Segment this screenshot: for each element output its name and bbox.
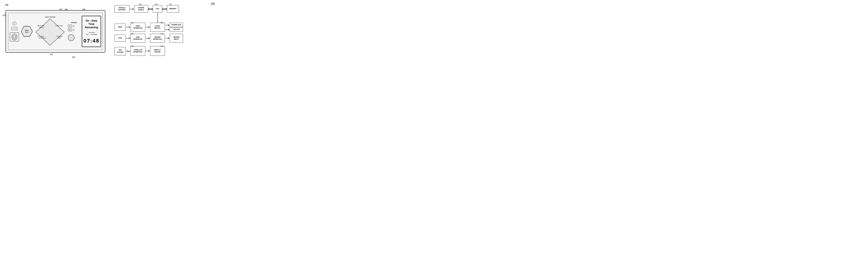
label-on-not-driving: On DutyNot Driving [39, 35, 45, 39]
self-test-label: SELF TEST [25, 30, 29, 33]
ref-241: 241 [50, 53, 53, 56]
large-round-button[interactable] [68, 34, 74, 41]
driver-btn-row-2: 2 [68, 29, 74, 31]
svg-marker-11 [151, 8, 153, 10]
svg-marker-25 [168, 29, 169, 31]
display-time-label: Time [85, 22, 98, 26]
display-remaining: Remaining [85, 26, 98, 29]
ref-225: 225 [131, 33, 134, 35]
fingerprint-sensor [10, 33, 19, 41]
svg-point-1 [13, 35, 16, 39]
label-sleeper-berth: SleeperBerth [58, 35, 62, 39]
upload-block: UPLOAD [170, 27, 183, 32]
option-on-duty-driving[interactable]: On DutyDriving [38, 25, 44, 28]
svg-marker-36 [129, 51, 130, 52]
svg-marker-38 [149, 50, 150, 52]
display-device-block: DISPLAY DEVICE [150, 46, 165, 56]
ref-230: 230 [131, 45, 134, 47]
device-panel: 240 245 247 247 248 246 244 244 244 244 … [2, 2, 109, 61]
datea-protal-block: DATEA PROTAL [150, 23, 165, 32]
vmss-block: VMSS [115, 24, 126, 31]
option-on-not-driving[interactable]: On DutyNot Driving [37, 35, 45, 39]
ref-215: 215 [138, 3, 142, 5]
ref-250: 250 [72, 56, 75, 58]
driver-button-1[interactable]: 1 [68, 25, 72, 28]
driver-section: DRIVER 1 2 [68, 22, 80, 41]
radio-on-duty-driving[interactable] [38, 25, 39, 26]
device-inner-panel: SELF TEST DUTY STATUS [8, 13, 103, 50]
cpu-block: CPU [153, 5, 162, 12]
ref-250: 250 [160, 45, 163, 47]
svg-marker-7 [133, 8, 134, 10]
svg-marker-27 [129, 37, 130, 39]
ref-220: 220 [131, 22, 134, 24]
driver-indicator-2 [73, 29, 74, 31]
radio-off-duty[interactable] [55, 25, 56, 26]
svg-marker-29 [149, 37, 150, 39]
gps-system-block: GPS SYSTEM [115, 47, 126, 56]
svg-point-0 [14, 36, 15, 38]
power-supply-block: POWER SUPPLY [134, 5, 148, 12]
duty-options-area: On DutyDriving OFF-Duty On DutyNot Drivi… [35, 19, 65, 46]
svg-point-4 [11, 34, 18, 40]
driver-button-2[interactable]: 2 [68, 29, 72, 31]
svg-marker-19 [129, 26, 130, 28]
ecm-block: ECM [115, 35, 126, 42]
duty-status-title: DUTY STATUS [45, 16, 56, 18]
duty-status-section: DUTY STATUS On DutyDriving OF [35, 16, 66, 46]
circle-button-1[interactable] [12, 22, 17, 26]
vmss-interface-block: VMSS INTERFACE [130, 23, 145, 32]
radio-on-not-driving[interactable] [37, 36, 38, 37]
satellite-interface-block: SATELLITE INTERFACE [130, 46, 145, 56]
display-screen: On - Duty Time Remaining ....Scrolling..… [82, 16, 101, 47]
driver-buttons: 1 2 [68, 25, 74, 31]
vehicle-battery-block: VEHICLE BATTERY [115, 5, 129, 12]
self-test-section: SELF TEST [21, 26, 33, 37]
block-diagram: 200 VEHICLE BATTERY POWER SUPPLY 215 CPU… [115, 2, 215, 61]
download-block: DOWNLOAD [170, 23, 183, 27]
driver-interface-block: DRIVER INTERFACE [150, 34, 165, 43]
ecm-interface-block: ECM INTERFACE [130, 34, 145, 43]
option-off-duty[interactable]: OFF-Duty [55, 25, 63, 27]
svg-marker-21 [149, 26, 150, 28]
rect-button[interactable] [11, 27, 18, 30]
ref-200: 200 [211, 2, 215, 5]
svg-marker-14 [162, 8, 163, 10]
icons-section [10, 22, 19, 41]
driver-input-block: DRIVER INPUT [170, 34, 183, 43]
svg-marker-23 [168, 24, 169, 26]
ref-247a: 247 [3, 14, 6, 16]
device-outer-box: SELF TEST DUTY STATUS [5, 10, 105, 52]
ref-305: 305 [155, 3, 158, 5]
memory-block: MEMORY [167, 5, 179, 12]
display-on-duty: On - Duty [85, 19, 98, 22]
svg-marker-10 [148, 8, 150, 10]
label-off-duty: OFF-Duty [57, 25, 63, 27]
label-on-duty-driving: On DutyDriving [39, 25, 44, 28]
self-test-hexagon[interactable]: SELF TEST [21, 26, 33, 37]
ref-235: 235 [160, 22, 163, 24]
ref-240: 240 [5, 4, 8, 6]
driver-label: DRIVER [68, 22, 80, 24]
hexagon-inner: SELF TEST [22, 27, 32, 36]
ref-210: 210 [169, 3, 172, 5]
option-sleeper-berth[interactable]: SleeperBerth [56, 35, 62, 39]
ref-240: 240 [160, 33, 163, 35]
driver-indicator-1 [73, 25, 74, 27]
radio-sleeper-berth[interactable] [56, 36, 57, 37]
display-title-area: On - Duty Time Remaining [85, 19, 98, 29]
display-scrolling-text: ....Scrolling... Text...... Message [86, 31, 97, 35]
svg-point-3 [12, 34, 17, 40]
display-time-value: 07:48 [83, 38, 99, 44]
svg-marker-31 [168, 37, 169, 39]
svg-marker-15 [165, 8, 166, 10]
driver-btn-row-1: 1 [68, 25, 74, 28]
